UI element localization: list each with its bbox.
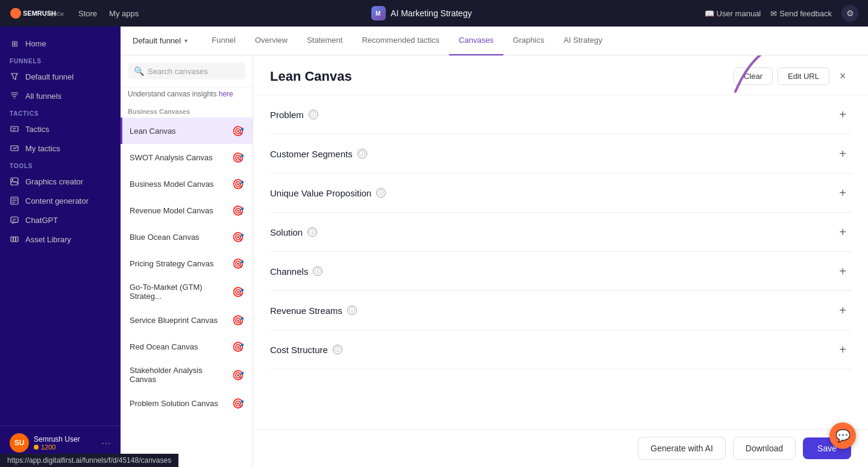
svg-rect-6	[11, 146, 18, 151]
section-title-channels: Channels	[270, 266, 308, 277]
search-icon: 🔍	[134, 66, 144, 76]
generate-with-ai-button[interactable]: Generate with AI	[638, 437, 726, 460]
sidebar-item-all-funnels[interactable]: All funnels	[0, 86, 121, 105]
canvas-insight: Understand canvas insights here	[121, 87, 253, 103]
bottom-bar: Generate with AI Download Save	[253, 429, 868, 467]
send-feedback-label: Send feedback	[779, 9, 832, 18]
credit-amount: 1200	[41, 443, 55, 451]
add-unique-value-proposition-button[interactable]: +	[834, 184, 851, 201]
canvas-item-business-model-label: Business Model Canvas	[130, 180, 231, 189]
edit-url-button[interactable]: Edit URL	[778, 67, 829, 85]
sidebar-item-content-generator[interactable]: Content generator	[0, 191, 121, 210]
sidebar-item-default-funnel[interactable]: Default funnel	[0, 67, 121, 86]
info-icon-customer-segments[interactable]: ⓘ	[357, 149, 367, 158]
add-revenue-streams-button[interactable]: +	[834, 302, 851, 319]
canvas-item-stakeholder-analysis-label: Stakeholder Analysis Canvas	[130, 366, 231, 384]
my-tactics-icon	[10, 143, 19, 153]
home-icon: ⊞	[10, 39, 19, 48]
funnel-selector[interactable]: Default funnel ▾	[133, 36, 187, 45]
tab-statement[interactable]: Statement	[297, 27, 352, 55]
logo[interactable]: SEMRUSH | AppCenter	[10, 7, 64, 19]
content-icon	[10, 196, 19, 205]
add-solution-button[interactable]: +	[834, 224, 851, 240]
send-feedback-link[interactable]: ✉ Send feedback	[770, 9, 832, 18]
canvas-item-lean-canvas-icon: 🎯	[231, 124, 245, 138]
topbar-right: 📖 User manual ✉ Send feedback ⚙	[705, 5, 858, 22]
add-cost-structure-button[interactable]: +	[834, 341, 851, 358]
download-button[interactable]: Download	[733, 437, 796, 460]
canvas-item-stakeholder-analysis[interactable]: Stakeholder Analysis Canvas 🎯	[121, 360, 253, 390]
insight-link[interactable]: here	[219, 90, 233, 98]
canvas-section-cost-structure: Cost Structure ⓘ +	[270, 330, 851, 369]
gear-icon: ⚙	[846, 8, 854, 18]
info-icon-revenue-streams[interactable]: ⓘ	[347, 306, 357, 315]
canvas-item-problem-solution-label: Problem Solution Canvas	[130, 399, 231, 408]
tab-canvases[interactable]: Canvases	[449, 27, 503, 55]
sidebar-item-my-tactics[interactable]: My tactics	[0, 139, 121, 158]
topbar: SEMRUSH | AppCenter Store My apps M AI M…	[0, 0, 868, 27]
canvas-item-pricing-strategy[interactable]: Pricing Strategy Canvas 🎯	[121, 250, 253, 277]
sidebar-item-asset-library-label: Asset Library	[25, 235, 71, 244]
canvas-item-lean-canvas[interactable]: Lean Canvas 🎯	[121, 118, 253, 144]
close-button[interactable]: ×	[834, 68, 851, 85]
settings-button[interactable]: ⚙	[841, 5, 858, 22]
feedback-icon: ✉	[770, 9, 777, 18]
tab-funnel[interactable]: Funnel	[202, 27, 245, 55]
info-icon-channels[interactable]: ⓘ	[313, 266, 322, 276]
add-customer-segments-button[interactable]: +	[834, 145, 851, 162]
canvas-item-problem-solution[interactable]: Problem Solution Canvas 🎯	[121, 390, 253, 416]
search-input[interactable]	[148, 67, 239, 76]
canvas-section-solution: Solution ⓘ +	[270, 213, 851, 252]
canvas-item-service-blueprint[interactable]: Service Blueprint Canvas 🎯	[121, 307, 253, 333]
section-info-solution: Solution ⓘ	[270, 227, 317, 237]
app-icon: M	[371, 6, 386, 20]
canvas-item-red-ocean[interactable]: Red Ocean Canvas 🎯	[121, 333, 253, 360]
section-info-customer-segments: Customer Segments ⓘ	[270, 149, 367, 159]
sidebar-item-chatgpt[interactable]: ChatGPT	[0, 210, 121, 230]
user-more-button[interactable]: ⋯	[101, 437, 111, 449]
tab-graphics[interactable]: Graphics	[503, 27, 554, 55]
canvas-item-revenue-model-icon: 🎯	[231, 203, 245, 218]
funnel-label: Default funnel	[133, 36, 181, 45]
sidebar-item-tactics[interactable]: Tactics	[0, 119, 121, 139]
sidebar: ⊞ Home FUNNELS Default funnel All funnel…	[0, 27, 121, 467]
sidebar-item-home[interactable]: ⊞ Home	[0, 34, 121, 53]
add-channels-button[interactable]: +	[834, 263, 851, 280]
canvas-item-business-model[interactable]: Business Model Canvas 🎯	[121, 171, 253, 197]
topbar-nav: Store My apps	[78, 9, 139, 18]
sidebar-item-content-generator-label: Content generator	[25, 196, 89, 205]
sidebar-item-graphics-creator-label: Graphics creator	[25, 177, 83, 186]
sidebar-item-my-tactics-label: My tactics	[25, 144, 60, 153]
tab-recommended-tactics[interactable]: Recommended tactics	[352, 27, 449, 55]
canvas-item-red-ocean-label: Red Ocean Canvas	[130, 342, 231, 351]
chat-bubble-icon: 💬	[835, 428, 851, 443]
canvas-item-go-to-market[interactable]: Go-To-Market (GTM) Strateg... 🎯	[121, 277, 253, 307]
sidebar-item-chatgpt-label: ChatGPT	[25, 216, 58, 225]
canvas-item-swot[interactable]: SWOT Analysis Canvas 🎯	[121, 144, 253, 171]
user-manual-label: User manual	[717, 9, 761, 18]
store-link[interactable]: Store	[78, 9, 97, 18]
canvas-title: Lean Canvas	[270, 69, 352, 84]
canvas-section-revenue-streams: Revenue Streams ⓘ +	[270, 291, 851, 330]
tab-overview[interactable]: Overview	[245, 27, 297, 55]
info-icon-unique-value-proposition[interactable]: ⓘ	[376, 188, 386, 198]
user-info: Semrush User 1200	[34, 435, 101, 451]
info-icon-cost-structure[interactable]: ⓘ	[333, 345, 342, 354]
info-icon-problem[interactable]: ⓘ	[309, 110, 318, 119]
sidebar-item-graphics-creator[interactable]: Graphics creator	[0, 172, 121, 191]
canvas-item-revenue-model[interactable]: Revenue Model Canvas 🎯	[121, 197, 253, 224]
canvas-section-problem: Problem ⓘ +	[270, 95, 851, 134]
tab-ai-strategy[interactable]: AI Strategy	[554, 27, 612, 55]
user-manual-link[interactable]: 📖 User manual	[705, 9, 761, 18]
clear-button[interactable]: Clear	[734, 67, 773, 85]
subnav: Default funnel ▾ Funnel Overview Stateme…	[121, 27, 868, 55]
my-apps-link[interactable]: My apps	[109, 9, 139, 18]
add-problem-button[interactable]: +	[834, 106, 851, 123]
info-icon-solution[interactable]: ⓘ	[307, 227, 317, 237]
section-info-unique-value-proposition: Unique Value Proposition ⓘ	[270, 188, 386, 198]
canvas-item-blue-ocean[interactable]: Blue Ocean Canvas 🎯	[121, 224, 253, 250]
chat-bubble-button[interactable]: 💬	[829, 422, 856, 449]
sidebar-item-asset-library[interactable]: Asset Library	[0, 230, 121, 249]
tactics-icon	[10, 124, 19, 134]
content-area: 🔍 Understand canvas insights here Busine…	[121, 55, 868, 467]
